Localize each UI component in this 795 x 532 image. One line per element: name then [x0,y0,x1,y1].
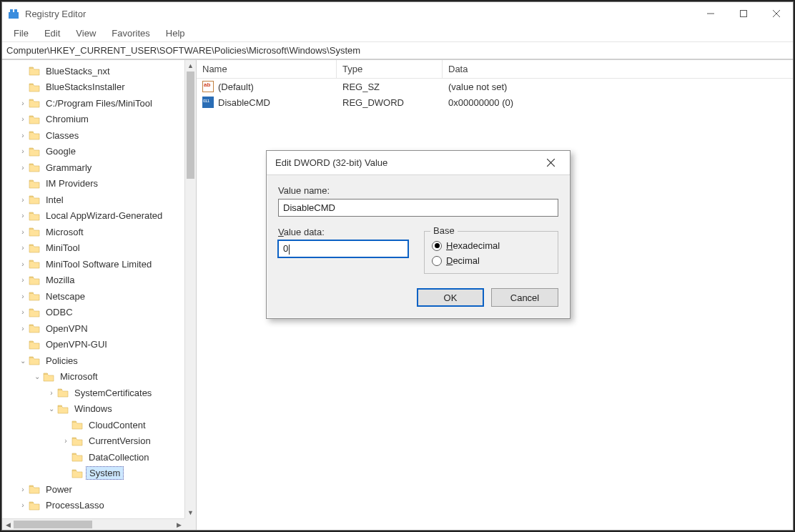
value-row[interactable]: (Default)REG_SZ(value not set) [197,79,793,94]
tree-item[interactable]: ›OpenVPN [2,320,184,337]
tree-horizontal-scrollbar[interactable]: ◀ ▶ [2,518,184,530]
tree-item[interactable]: System [2,466,184,482]
tree-item[interactable]: ›Google [2,144,184,160]
scroll-right-arrow-icon[interactable]: ▶ [173,519,184,530]
expander-icon[interactable] [61,469,71,477]
folder-icon [29,483,40,495]
maximize-button[interactable] [727,2,760,25]
expander-icon[interactable]: ⌄ [46,405,56,413]
tree-item[interactable]: ›Netscape [2,288,184,305]
expander-icon[interactable]: › [18,196,28,204]
expander-icon[interactable]: › [18,501,28,509]
column-data[interactable]: Data [443,60,793,78]
expander-icon[interactable]: › [18,292,28,300]
expander-icon[interactable]: › [18,276,28,284]
expander-icon[interactable]: › [18,244,28,252]
value-type-icon [202,81,214,92]
menu-help[interactable]: Help [159,26,192,40]
tree-item[interactable]: BlueStacks_nxt [2,63,184,79]
scroll-down-arrow-icon[interactable]: ▼ [185,507,196,518]
folder-icon [29,307,40,318]
base-groupbox: Base Hexadecimal Decimal [424,231,558,274]
folder-icon [29,339,40,350]
expander-icon[interactable]: › [18,325,28,332]
tree-item[interactable]: OpenVPN-GUI [2,337,184,353]
tree-item[interactable]: ›Chromium [2,112,184,128]
tree-item[interactable]: ›ProcessLasso [2,498,184,514]
tree-item[interactable]: ›Local AppWizard-Generated [2,208,184,225]
expander-icon[interactable]: › [18,147,28,155]
tree-item-label: CloudContent [86,419,149,431]
titlebar[interactable]: Registry Editor [2,2,793,25]
scroll-left-arrow-icon[interactable]: ◀ [2,519,14,530]
column-name[interactable]: Name [197,60,337,78]
expander-icon[interactable]: ⌄ [32,373,42,380]
folder-icon [29,97,40,109]
scroll-track[interactable] [14,519,173,530]
ok-button[interactable]: OK [417,288,484,307]
dialog-titlebar[interactable]: Edit DWORD (32-bit) Value [267,151,570,175]
tree-item[interactable]: ›Power [2,481,184,498]
menu-view[interactable]: View [69,26,103,40]
tree-item[interactable]: CloudContent [2,417,184,433]
cancel-button[interactable]: Cancel [491,288,558,307]
tree-item[interactable]: ›C:/Program Files/MiniTool [2,95,184,112]
expander-icon[interactable]: › [18,132,28,139]
values-header[interactable]: Name Type Data [197,60,793,79]
tree-item[interactable]: ⌄Policies [2,353,184,369]
expander-icon[interactable] [18,340,28,348]
expander-icon[interactable]: › [18,228,28,236]
expander-icon[interactable]: › [61,437,71,445]
expander-icon[interactable]: › [18,486,28,493]
tree-item[interactable]: IM Providers [2,176,184,192]
tree-item[interactable]: ›Grammarly [2,159,184,176]
column-type[interactable]: Type [337,60,443,78]
value-row[interactable]: DisableCMDREG_DWORD0x00000000 (0) [197,94,793,110]
dialog-close-button[interactable] [540,152,561,174]
expander-icon[interactable] [61,421,71,429]
tree-item[interactable]: ›CurrentVersion [2,433,184,450]
expander-icon[interactable] [61,453,71,461]
expander-icon[interactable]: › [18,308,28,316]
value-data-field[interactable]: 0 [278,240,408,257]
expander-icon[interactable]: › [18,260,28,268]
tree-item[interactable]: ›SystemCertificates [2,385,184,401]
tree-item[interactable]: ›MiniTool Software Limited [2,256,184,272]
tree-item[interactable]: ⌄Windows [2,401,184,418]
radio-decimal[interactable]: Decimal [432,255,550,266]
address-bar[interactable]: Computer\HKEY_CURRENT_USER\SOFTWARE\Poli… [2,42,793,59]
expander-icon[interactable]: ⌄ [18,357,28,365]
minimize-button[interactable] [694,2,727,25]
expander-icon[interactable]: › [18,212,28,220]
menu-edit[interactable]: Edit [37,26,67,40]
tree-vertical-scrollbar[interactable]: ▲ ▼ [184,60,196,518]
expander-icon[interactable] [18,83,28,91]
tree-item[interactable]: DataCollection [2,449,184,466]
tree-item[interactable]: ›MiniTool [2,240,184,257]
tree-list[interactable]: BlueStacks_nxt BlueStacksInstaller›C:/Pr… [2,60,184,518]
expander-icon[interactable]: › [18,164,28,172]
expander-icon[interactable]: › [46,389,56,397]
radio-hexadecimal[interactable]: Hexadecimal [432,240,550,251]
expander-icon[interactable]: › [18,115,28,123]
expander-icon[interactable] [18,67,28,75]
tree-item[interactable]: ⌄Microsoft [2,369,184,385]
tree-item[interactable]: ›Mozilla [2,272,184,289]
dialog-title: Edit DWORD (32-bit) Value [275,157,540,168]
scroll-thumb[interactable] [187,72,194,179]
expander-icon[interactable] [18,179,28,187]
tree-item[interactable]: ›ODBC [2,305,184,321]
scroll-thumb[interactable] [14,521,92,528]
tree-item[interactable]: ›Intel [2,192,184,208]
tree-item[interactable]: BlueStacksInstaller [2,79,184,96]
scroll-up-arrow-icon[interactable]: ▲ [185,60,196,72]
close-button[interactable] [760,2,793,25]
expander-icon[interactable]: › [18,99,28,107]
menu-file[interactable]: File [6,26,36,40]
menu-favorites[interactable]: Favorites [104,26,157,40]
tree-item[interactable]: ›Classes [2,127,184,144]
value-name-field[interactable] [278,199,558,217]
tree-item[interactable]: ›Microsoft [2,224,184,240]
scroll-track[interactable] [185,72,196,507]
values-list[interactable]: (Default)REG_SZ(value not set)DisableCMD… [197,79,793,110]
